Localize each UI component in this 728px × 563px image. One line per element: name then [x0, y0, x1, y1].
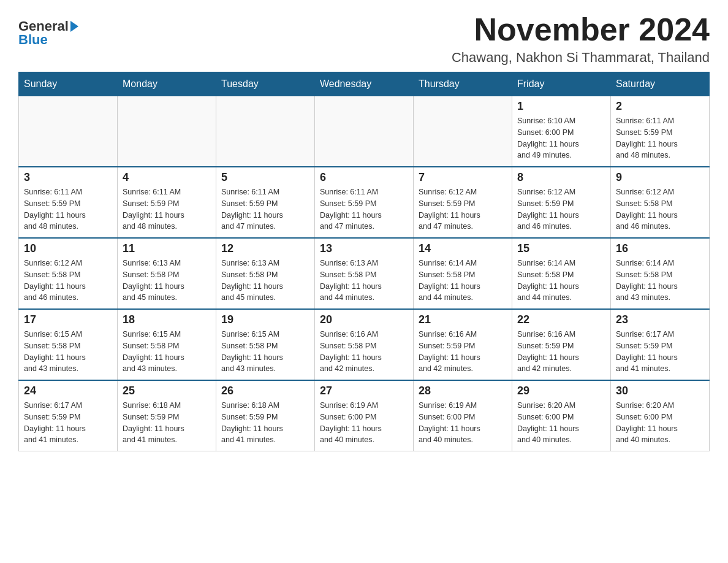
- day-number: 30: [616, 385, 704, 397]
- day-number: 6: [320, 171, 408, 184]
- day-info: Sunrise: 6:13 AM Sunset: 5:58 PM Dayligh…: [221, 258, 309, 304]
- header-saturday: Saturday: [611, 72, 710, 96]
- day-number: 11: [123, 242, 211, 255]
- day-number: 7: [419, 171, 507, 184]
- day-info: Sunrise: 6:16 AM Sunset: 5:58 PM Dayligh…: [320, 329, 408, 375]
- calendar-week-row: 10Sunrise: 6:12 AM Sunset: 5:58 PM Dayli…: [19, 238, 710, 309]
- day-number: 15: [517, 242, 605, 255]
- day-number: 14: [419, 242, 507, 255]
- calendar-week-row: 24Sunrise: 6:17 AM Sunset: 5:59 PM Dayli…: [19, 380, 710, 451]
- day-info: Sunrise: 6:18 AM Sunset: 5:59 PM Dayligh…: [221, 400, 309, 446]
- page-header: General Blue November 2024 Chawang, Nakh…: [18, 12, 710, 66]
- day-info: Sunrise: 6:16 AM Sunset: 5:59 PM Dayligh…: [419, 329, 507, 375]
- logo: General Blue: [18, 12, 78, 48]
- calendar-cell: 20Sunrise: 6:16 AM Sunset: 5:58 PM Dayli…: [315, 309, 414, 380]
- calendar-cell: 16Sunrise: 6:14 AM Sunset: 5:58 PM Dayli…: [611, 238, 710, 309]
- header-monday: Monday: [118, 72, 216, 96]
- day-number: 22: [517, 313, 605, 326]
- day-info: Sunrise: 6:17 AM Sunset: 5:59 PM Dayligh…: [24, 400, 112, 446]
- calendar-cell: 25Sunrise: 6:18 AM Sunset: 5:59 PM Dayli…: [118, 380, 216, 451]
- day-info: Sunrise: 6:18 AM Sunset: 5:59 PM Dayligh…: [123, 400, 211, 446]
- day-info: Sunrise: 6:16 AM Sunset: 5:59 PM Dayligh…: [517, 329, 605, 375]
- day-info: Sunrise: 6:17 AM Sunset: 5:59 PM Dayligh…: [616, 329, 704, 375]
- day-number: 25: [123, 385, 211, 397]
- day-number: 8: [517, 171, 605, 184]
- calendar-cell: 27Sunrise: 6:19 AM Sunset: 6:00 PM Dayli…: [315, 380, 414, 451]
- day-number: 20: [320, 313, 408, 326]
- calendar-cell: 22Sunrise: 6:16 AM Sunset: 5:59 PM Dayli…: [512, 309, 611, 380]
- day-number: 16: [616, 242, 704, 255]
- month-title: November 2024: [452, 12, 710, 47]
- day-info: Sunrise: 6:15 AM Sunset: 5:58 PM Dayligh…: [221, 329, 309, 375]
- calendar-cell: [19, 96, 118, 167]
- calendar-cell: 5Sunrise: 6:11 AM Sunset: 5:59 PM Daylig…: [216, 167, 315, 238]
- day-info: Sunrise: 6:11 AM Sunset: 5:59 PM Dayligh…: [320, 186, 408, 232]
- day-number: 3: [24, 171, 112, 184]
- day-number: 2: [616, 100, 704, 113]
- title-block: November 2024 Chawang, Nakhon Si Thammar…: [452, 12, 710, 66]
- logo-blue-text: Blue: [18, 32, 48, 47]
- location-title: Chawang, Nakhon Si Thammarat, Thailand: [452, 50, 710, 66]
- day-info: Sunrise: 6:14 AM Sunset: 5:58 PM Dayligh…: [419, 258, 507, 304]
- day-number: 23: [616, 313, 704, 326]
- calendar-cell: [315, 96, 414, 167]
- calendar-cell: 26Sunrise: 6:18 AM Sunset: 5:59 PM Dayli…: [216, 380, 315, 451]
- day-info: Sunrise: 6:11 AM Sunset: 5:59 PM Dayligh…: [123, 186, 211, 232]
- day-number: 26: [221, 385, 309, 397]
- calendar-cell: 23Sunrise: 6:17 AM Sunset: 5:59 PM Dayli…: [611, 309, 710, 380]
- calendar-cell: 7Sunrise: 6:12 AM Sunset: 5:59 PM Daylig…: [414, 167, 512, 238]
- day-info: Sunrise: 6:19 AM Sunset: 6:00 PM Dayligh…: [320, 400, 408, 446]
- day-number: 17: [24, 313, 112, 326]
- day-info: Sunrise: 6:11 AM Sunset: 5:59 PM Dayligh…: [616, 115, 704, 161]
- calendar-cell: 6Sunrise: 6:11 AM Sunset: 5:59 PM Daylig…: [315, 167, 414, 238]
- day-number: 28: [419, 385, 507, 397]
- day-info: Sunrise: 6:20 AM Sunset: 6:00 PM Dayligh…: [517, 400, 605, 446]
- day-number: 13: [320, 242, 408, 255]
- day-number: 27: [320, 385, 408, 397]
- day-info: Sunrise: 6:14 AM Sunset: 5:58 PM Dayligh…: [616, 258, 704, 304]
- day-info: Sunrise: 6:20 AM Sunset: 6:00 PM Dayligh…: [616, 400, 704, 446]
- calendar-cell: 15Sunrise: 6:14 AM Sunset: 5:58 PM Dayli…: [512, 238, 611, 309]
- calendar-cell: 2Sunrise: 6:11 AM Sunset: 5:59 PM Daylig…: [611, 96, 710, 167]
- calendar-cell: 11Sunrise: 6:13 AM Sunset: 5:58 PM Dayli…: [118, 238, 216, 309]
- day-info: Sunrise: 6:13 AM Sunset: 5:58 PM Dayligh…: [123, 258, 211, 304]
- calendar-cell: [118, 96, 216, 167]
- calendar-cell: 19Sunrise: 6:15 AM Sunset: 5:58 PM Dayli…: [216, 309, 315, 380]
- day-info: Sunrise: 6:12 AM Sunset: 5:59 PM Dayligh…: [419, 186, 507, 232]
- calendar-cell: 4Sunrise: 6:11 AM Sunset: 5:59 PM Daylig…: [118, 167, 216, 238]
- day-info: Sunrise: 6:11 AM Sunset: 5:59 PM Dayligh…: [24, 186, 112, 232]
- header-friday: Friday: [512, 72, 611, 96]
- calendar-cell: 13Sunrise: 6:13 AM Sunset: 5:58 PM Dayli…: [315, 238, 414, 309]
- day-number: 4: [123, 171, 211, 184]
- calendar-cell: 10Sunrise: 6:12 AM Sunset: 5:58 PM Dayli…: [19, 238, 118, 309]
- day-number: 21: [419, 313, 507, 326]
- calendar-week-row: 3Sunrise: 6:11 AM Sunset: 5:59 PM Daylig…: [19, 167, 710, 238]
- calendar-header-row: SundayMondayTuesdayWednesdayThursdayFrid…: [19, 72, 710, 96]
- day-info: Sunrise: 6:12 AM Sunset: 5:58 PM Dayligh…: [24, 258, 112, 304]
- day-info: Sunrise: 6:11 AM Sunset: 5:59 PM Dayligh…: [221, 186, 309, 232]
- calendar-cell: 29Sunrise: 6:20 AM Sunset: 6:00 PM Dayli…: [512, 380, 611, 451]
- calendar-cell: 1Sunrise: 6:10 AM Sunset: 6:00 PM Daylig…: [512, 96, 611, 167]
- calendar-cell: [414, 96, 512, 167]
- day-number: 18: [123, 313, 211, 326]
- day-info: Sunrise: 6:19 AM Sunset: 6:00 PM Dayligh…: [419, 400, 507, 446]
- calendar-table: SundayMondayTuesdayWednesdayThursdayFrid…: [18, 72, 710, 451]
- calendar-cell: 14Sunrise: 6:14 AM Sunset: 5:58 PM Dayli…: [414, 238, 512, 309]
- header-wednesday: Wednesday: [315, 72, 414, 96]
- day-info: Sunrise: 6:15 AM Sunset: 5:58 PM Dayligh…: [123, 329, 211, 375]
- calendar-week-row: 17Sunrise: 6:15 AM Sunset: 5:58 PM Dayli…: [19, 309, 710, 380]
- calendar-cell: 17Sunrise: 6:15 AM Sunset: 5:58 PM Dayli…: [19, 309, 118, 380]
- calendar-week-row: 1Sunrise: 6:10 AM Sunset: 6:00 PM Daylig…: [19, 96, 710, 167]
- day-info: Sunrise: 6:12 AM Sunset: 5:58 PM Dayligh…: [616, 186, 704, 232]
- calendar-cell: 8Sunrise: 6:12 AM Sunset: 5:59 PM Daylig…: [512, 167, 611, 238]
- header-tuesday: Tuesday: [216, 72, 315, 96]
- calendar-cell: 21Sunrise: 6:16 AM Sunset: 5:59 PM Dayli…: [414, 309, 512, 380]
- day-number: 9: [616, 171, 704, 184]
- header-thursday: Thursday: [414, 72, 512, 96]
- calendar-cell: 3Sunrise: 6:11 AM Sunset: 5:59 PM Daylig…: [19, 167, 118, 238]
- calendar-cell: 18Sunrise: 6:15 AM Sunset: 5:58 PM Dayli…: [118, 309, 216, 380]
- day-number: 24: [24, 385, 112, 397]
- calendar-cell: [216, 96, 315, 167]
- calendar-cell: 12Sunrise: 6:13 AM Sunset: 5:58 PM Dayli…: [216, 238, 315, 309]
- day-info: Sunrise: 6:15 AM Sunset: 5:58 PM Dayligh…: [24, 329, 112, 375]
